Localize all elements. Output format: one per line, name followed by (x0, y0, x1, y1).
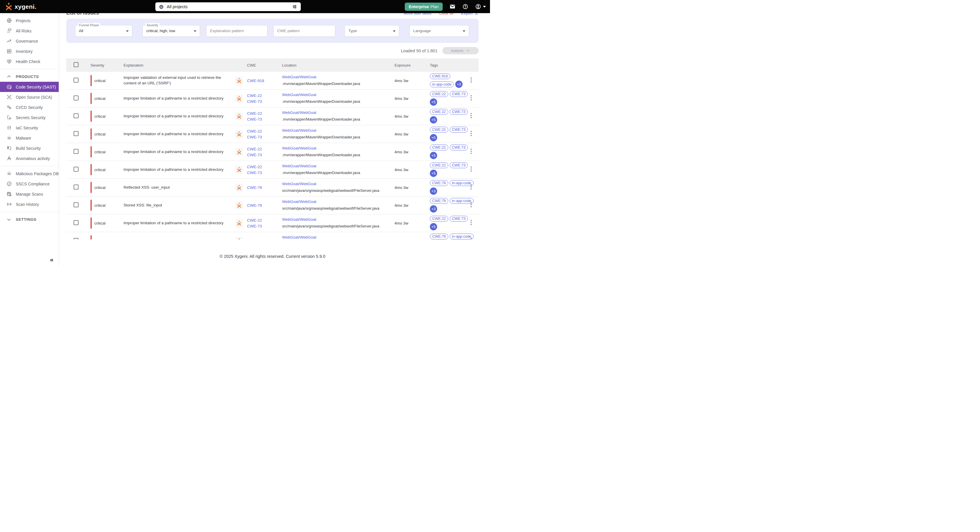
cwe-link[interactable]: CWE-22 (247, 218, 282, 222)
tag-chip[interactable]: CWE:918 (430, 73, 450, 79)
kebab-menu-icon[interactable] (469, 146, 474, 156)
language-select[interactable]: Language (409, 25, 469, 37)
row-checkbox[interactable] (73, 131, 78, 136)
sidebar-item-inventory[interactable]: Inventory (0, 46, 59, 56)
kebab-menu-icon[interactable] (469, 236, 474, 240)
sidebar-item-scan-history[interactable]: Scan History (0, 199, 59, 210)
explanation-pattern-input[interactable] (206, 25, 267, 37)
tag-chip[interactable]: CWE:73 (450, 145, 468, 150)
more-tags-badge[interactable]: +5 (430, 116, 437, 124)
tune-filters-icon[interactable] (292, 4, 297, 10)
actions-button[interactable]: Actions (442, 47, 479, 54)
sidebar-item-open-source-sca[interactable]: Open Source (SCA) (0, 92, 59, 102)
kebab-menu-icon[interactable] (469, 93, 474, 103)
tag-chip[interactable]: CWE:73 (450, 162, 468, 168)
severity-select[interactable]: Severity critical, high, low (143, 25, 200, 37)
sidebar-item-malicious-packages-db[interactable]: ☠Malicious Packages DB (0, 168, 59, 179)
row-checkbox[interactable] (73, 95, 78, 100)
cwe-pattern-input[interactable] (273, 25, 335, 37)
more-tags-badge[interactable]: +3 (430, 187, 437, 195)
sidebar-section-products[interactable]: PRODUCTS (0, 71, 59, 82)
tag-chip[interactable]: CWE:22 (430, 109, 448, 115)
more-tags-badge[interactable]: +3 (455, 81, 463, 88)
more-tags-badge[interactable]: +5 (430, 98, 437, 106)
sidebar-item-malware[interactable]: ☠Malware (0, 133, 59, 143)
tag-chip[interactable]: CWE:22 (430, 216, 448, 222)
tag-chip[interactable]: CWE:79 (430, 180, 448, 186)
kebab-menu-icon[interactable] (469, 129, 474, 138)
cwe-link[interactable]: CWE-79 (247, 186, 282, 190)
kebab-menu-icon[interactable] (469, 75, 474, 85)
project-link[interactable]: WebGoat/WebGoat (282, 110, 316, 115)
cwe-link[interactable]: CWE-73 (247, 224, 282, 228)
cwe-link[interactable]: CWE-79 (247, 239, 282, 240)
select-all-checkbox[interactable] (73, 62, 78, 67)
table-row[interactable]: critical Improper limitation of a pathna… (66, 90, 479, 108)
cwe-link[interactable]: CWE-918 (247, 79, 282, 83)
kebab-menu-icon[interactable] (469, 218, 474, 227)
project-link[interactable]: WebGoat/WebGoat (282, 164, 316, 168)
plan-badge[interactable]: EnterprisePlan (405, 3, 443, 11)
tag-chip[interactable]: CWE:22 (430, 127, 448, 133)
row-checkbox[interactable] (73, 113, 78, 118)
sidebar-item-secrets-security[interactable]: Secrets Security (0, 113, 59, 122)
tag-chip[interactable]: in-app-code (430, 81, 454, 87)
cwe-link[interactable]: CWE-73 (247, 117, 282, 121)
project-link[interactable]: WebGoat/WebGoat (282, 217, 316, 222)
sidebar-item-build-security[interactable]: Build Security (0, 143, 59, 153)
sidebar-item-all-risks[interactable]: All Risks (0, 26, 59, 36)
sidebar-item-code-security-sast[interactable]: Code Security (SAST) (0, 82, 59, 92)
sidebar-item-sscs-compliance[interactable]: SSCS Compliance (0, 179, 59, 189)
sidebar-section-settings[interactable]: SETTINGS (0, 214, 59, 224)
more-tags-badge[interactable]: +5 (430, 223, 437, 230)
export-link[interactable]: Export (461, 13, 479, 16)
cwe-link[interactable]: CWE-22 (247, 94, 282, 98)
tag-chip[interactable]: CWE:22 (430, 91, 448, 97)
row-checkbox[interactable] (73, 78, 78, 83)
more-tags-badge[interactable]: +5 (430, 134, 437, 141)
tag-chip[interactable]: CWE:22 (430, 145, 448, 150)
more-tags-badge[interactable]: +5 (430, 152, 437, 159)
more-tags-badge[interactable]: +3 (430, 205, 437, 213)
sidebar-collapse-button[interactable]: « (50, 256, 53, 262)
table-row[interactable]: critical Improper limitation of a pathna… (66, 161, 479, 179)
kebab-menu-icon[interactable] (469, 200, 474, 210)
tag-chip[interactable]: CWE:79 (430, 198, 448, 204)
sidebar-item-projects[interactable]: Projects (0, 16, 59, 26)
project-link[interactable]: WebGoat/WebGoat (282, 128, 316, 133)
row-checkbox[interactable] (73, 220, 78, 225)
tag-chip[interactable]: CWE:73 (450, 91, 468, 97)
cwe-link[interactable]: CWE-22 (247, 147, 282, 151)
project-link[interactable]: WebGoat/WebGoat (282, 75, 316, 79)
sidebar-item-ci-cd-security[interactable]: CI/CD Security (0, 102, 59, 113)
table-row[interactable]: critical Reflected XSS: user_input CWE-7… (66, 232, 479, 240)
kebab-menu-icon[interactable] (469, 182, 474, 192)
tag-chip[interactable]: CWE:79 (430, 233, 448, 240)
kebab-menu-icon[interactable] (469, 164, 474, 174)
table-row[interactable]: critical Improper limitation of a pathna… (66, 108, 479, 125)
table-row[interactable]: critical Improper validation of external… (66, 72, 479, 90)
table-row[interactable]: critical Improper limitation of a pathna… (66, 125, 479, 143)
row-checkbox[interactable] (73, 184, 78, 189)
tag-chip[interactable]: CWE:73 (450, 109, 468, 115)
account-menu[interactable] (475, 3, 486, 10)
mail-icon[interactable] (449, 3, 455, 10)
sidebar-item-health-check[interactable]: Health Check (0, 56, 59, 67)
cwe-link[interactable]: CWE-22 (247, 111, 282, 116)
tag-chip[interactable]: CWE:73 (450, 216, 468, 222)
project-link[interactable]: WebGoat/WebGoat (282, 199, 316, 204)
cwe-link[interactable]: CWE-73 (247, 153, 282, 157)
cwe-link[interactable]: CWE-73 (247, 135, 282, 139)
project-link[interactable]: WebGoat/WebGoat (282, 92, 316, 97)
project-link[interactable]: WebGoat/WebGoat (282, 146, 316, 150)
sidebar-item-iac-security[interactable]: IaC Security (0, 122, 59, 133)
table-row[interactable]: critical Stored XSS: file_input CWE-79 W… (66, 197, 479, 214)
xygeni-logo[interactable]: xygeni. (5, 3, 36, 11)
cwe-link[interactable]: CWE-73 (247, 170, 282, 175)
clear-all-link[interactable]: Clear all (439, 13, 453, 16)
project-link[interactable]: WebGoat/WebGoat (282, 235, 316, 240)
row-checkbox[interactable] (73, 202, 78, 207)
sidebar-item-manage-scans[interactable]: Manage Scans (0, 189, 59, 199)
row-checkbox[interactable] (73, 149, 78, 154)
help-icon[interactable] (462, 3, 468, 10)
